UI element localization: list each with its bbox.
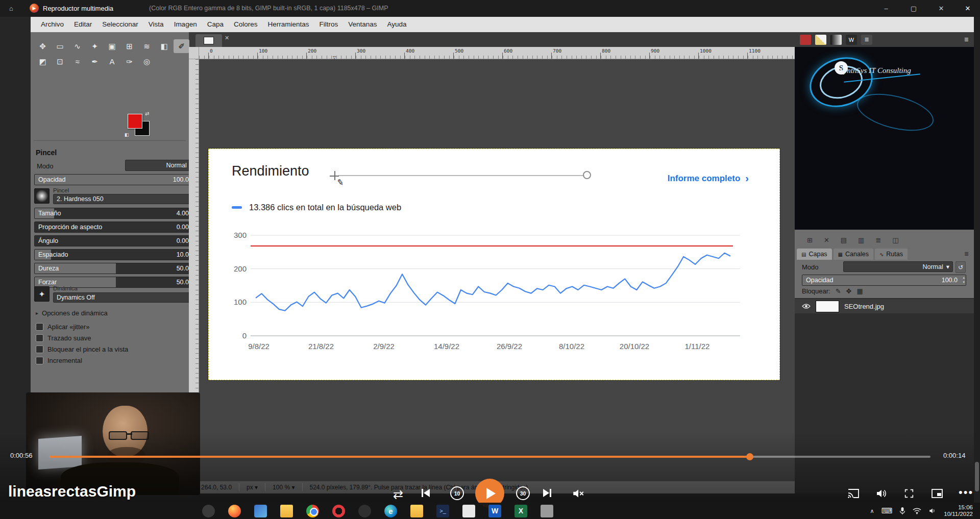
gradient-tool-icon[interactable]: ◧ [156, 39, 172, 53]
dock-menu-icon[interactable]: ≣ [964, 36, 969, 43]
opacity-slider[interactable]: Opacidad 100.0 ▴▾ [34, 174, 198, 185]
espaciado-slider[interactable]: Espaciado10.0▴▾ [34, 249, 198, 260]
checkbox-row[interactable]: Trazado suave [36, 332, 128, 343]
panel-icon-split[interactable]: ◫ [892, 236, 898, 244]
spinner-icons[interactable]: ▴▾ [963, 275, 965, 284]
lock-pixels-icon[interactable]: ✎ [836, 287, 841, 295]
zoom-dropdown[interactable]: 100 % ▾ [273, 484, 295, 491]
brush-thumbnail[interactable] [34, 188, 50, 204]
cast-button[interactable] [847, 488, 860, 499]
layer-row[interactable]: SEOtrend.jpg [795, 299, 974, 313]
image-tab-close-icon[interactable]: ✕ [225, 35, 229, 41]
forward-30-button[interactable]: 30 [516, 486, 530, 500]
panel-icon-list[interactable]: ▤ [841, 236, 847, 244]
panel-icon-close[interactable]: ✕ [824, 236, 829, 244]
foreground-color-swatch[interactable] [128, 114, 142, 129]
tab-capas[interactable]: ▤Capas [797, 249, 832, 260]
taskbar-clock[interactable]: 15:06 10/11/2022 [944, 504, 973, 517]
spinner-icons[interactable]: ▴▾ [194, 208, 196, 217]
checkbox-row[interactable]: Bloquear el pincel a la vista [36, 343, 128, 355]
taskbar-app-opera[interactable] [332, 505, 345, 517]
patterns-tab-icon[interactable] [815, 35, 826, 45]
layers-opacity-slider[interactable]: Opacidad 100.0 ▴▾ [802, 275, 966, 286]
taskbar-app-explorer[interactable] [280, 505, 293, 517]
menu-herramientas[interactable]: Herramientas [262, 17, 314, 32]
free-select-tool-icon[interactable]: ∿ [69, 39, 85, 53]
home-button[interactable]: ⌂ [1, 0, 21, 17]
maximize-button[interactable]: ▢ [903, 0, 924, 17]
lock-alpha-icon[interactable]: ▦ [856, 287, 863, 295]
default-colors-icon[interactable]: ◧ [125, 132, 129, 137]
paths-tool-icon[interactable]: ✒ [87, 55, 103, 68]
minimize-button[interactable]: – [876, 0, 896, 17]
checkbox[interactable] [36, 334, 43, 342]
paintbrush-tool-icon[interactable]: ✐ [174, 39, 189, 53]
dynamics-thumbnail[interactable]: ✦ [34, 286, 50, 302]
eraser-tool-icon[interactable]: ◩ [35, 55, 51, 68]
proporci-n-de-aspecto-slider[interactable]: Proporción de aspecto0.00▴▾ [34, 221, 198, 233]
clone-tool-icon[interactable]: ⊡ [52, 55, 68, 68]
full-report-link[interactable]: Informe completo › [668, 172, 749, 184]
brush-name-field[interactable]: 2. Hardness 050 [53, 194, 197, 204]
mute-button[interactable] [572, 487, 585, 500]
scrollbar-thumb[interactable] [975, 462, 979, 491]
spinner-icons[interactable]: ▴▾ [194, 175, 196, 184]
spinner-icons[interactable]: ▴▾ [194, 236, 196, 245]
taskbar-app-gimp[interactable] [202, 505, 215, 517]
rectangle-select-tool-icon[interactable]: ▭ [52, 39, 68, 53]
menu-editar[interactable]: Editar [69, 17, 97, 32]
tama-o-slider[interactable]: Tamaño4.00▴▾ [34, 208, 198, 219]
warp-transform-tool-icon[interactable]: ≋ [139, 39, 155, 53]
menu-filtros[interactable]: Filtros [314, 17, 344, 32]
tab-canales[interactable]: ▦Canales [834, 249, 873, 260]
taskbar-app-grayapp[interactable] [541, 505, 553, 517]
taskbar-app-excel[interactable]: X [514, 505, 527, 517]
layers-menu-icon[interactable]: ≣ [964, 251, 969, 257]
taskbar-app-darkapp[interactable] [358, 505, 371, 517]
taskbar-app-chrome[interactable] [306, 505, 319, 517]
dynamics-field[interactable]: Dynamics Off [53, 292, 197, 303]
more-options-button[interactable]: ••• [959, 486, 973, 499]
tray-speaker-icon[interactable] [928, 507, 937, 514]
wifi-icon[interactable] [913, 507, 921, 514]
window-scrollbar[interactable] [974, 17, 980, 503]
menu-imagen[interactable]: Imagen [169, 17, 202, 32]
visibility-eye-icon[interactable] [802, 303, 811, 309]
horizontal-ruler[interactable]: 010020030040050060070080090010001100 [199, 47, 795, 59]
miniplayer-button[interactable] [931, 488, 943, 499]
menu-seleccionar[interactable]: Seleccionar [97, 17, 143, 32]
seek-knob[interactable] [746, 453, 753, 460]
tray-chevron-icon[interactable]: ∧ [870, 508, 874, 514]
microphone-icon[interactable] [899, 507, 905, 515]
previous-button[interactable] [422, 489, 430, 497]
image-tab[interactable] [195, 34, 222, 47]
layer-thumbnail[interactable] [816, 301, 839, 312]
fonts-tab-icon[interactable]: W [846, 35, 857, 45]
unit-dropdown[interactable]: px ▾ [247, 484, 258, 491]
fullscreen-button[interactable] [903, 488, 915, 499]
spinner-icons[interactable]: ▴▾ [194, 250, 196, 259]
fuzzy-select-tool-icon[interactable]: ✦ [87, 39, 103, 53]
menu-ventanas[interactable]: Ventanas [343, 17, 382, 32]
spinner-icons[interactable]: ▴▾ [194, 263, 196, 273]
checkbox[interactable] [36, 345, 43, 353]
panel-icon-columns[interactable]: ▥ [858, 236, 864, 244]
layers-mode-dropdown[interactable]: Normal▾ [843, 261, 953, 272]
touch-keyboard-icon[interactable]: ⌨ [881, 506, 893, 515]
menu-ayuda[interactable]: Ayuda [382, 17, 412, 32]
taskbar-app-terminal[interactable]: >_ [436, 505, 449, 517]
text-tool-icon[interactable]: A [104, 55, 120, 68]
history-tab-icon[interactable]: ≣ [861, 35, 872, 45]
close-button-dim[interactable]: ✕ [931, 0, 951, 17]
dynamics-options-expander[interactable]: ▸ Opciones de dinámica [36, 309, 108, 317]
taskbar-app-edge[interactable]: e [384, 505, 397, 517]
spinner-icons[interactable]: ▴▾ [194, 222, 196, 231]
panel-icon-lines[interactable]: ≣ [875, 236, 881, 244]
menu-colores[interactable]: Colores [229, 17, 263, 32]
unified-transform-tool-icon[interactable]: ⊞ [121, 39, 137, 53]
lock-position-icon[interactable]: ✥ [846, 287, 852, 295]
checkbox-row[interactable]: Aplicar «jitter» [36, 321, 128, 332]
gradients-tab-icon[interactable] [830, 35, 842, 45]
menu-vista[interactable]: Vista [143, 17, 169, 32]
volume-button[interactable] [875, 488, 888, 499]
